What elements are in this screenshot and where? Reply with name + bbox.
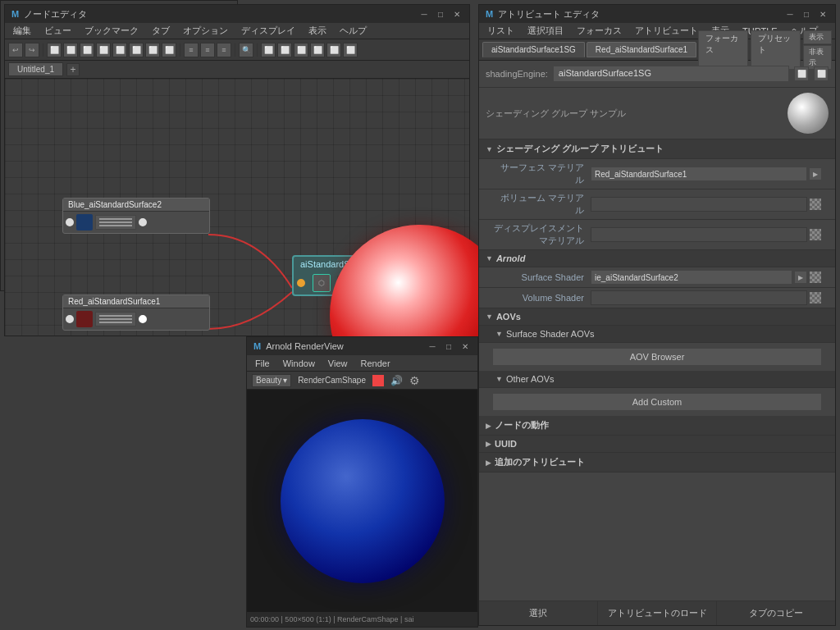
node-tab-add[interactable]: + [66, 63, 80, 76]
btn-load-attr[interactable]: アトリビュートのロード [598, 601, 717, 625]
render-menu-render[interactable]: Render [356, 355, 395, 371]
attr-icon-surface-shader[interactable]: ▶ [794, 271, 807, 284]
attr-tab-sg[interactable]: aiStandardSurface1SG [482, 42, 585, 57]
tool-btn-2[interactable]: ↪ [25, 43, 39, 57]
attr-value-volume-shader[interactable] [591, 290, 807, 305]
attr-icon-volume-shader[interactable] [809, 291, 822, 304]
node-editor-maximize[interactable]: □ [435, 8, 446, 20]
menu-tab[interactable]: タブ [147, 23, 175, 39]
tool-sep-2 [180, 43, 180, 57]
attr-menu-attr[interactable]: アトリビュート [630, 23, 703, 39]
side-btn-show[interactable]: 表示 [803, 30, 832, 44]
attr-editor-close[interactable]: ✕ [817, 8, 829, 20]
node-sg-port-orange[interactable] [297, 279, 305, 287]
tool-btn-20[interactable]: ⬜ [343, 43, 358, 57]
tool-sep-4 [257, 43, 258, 57]
shading-engine-icon-2[interactable]: ⬜ [814, 66, 829, 81]
tool-btn-16[interactable]: ⬜ [277, 43, 292, 57]
menu-options[interactable]: オプション [178, 23, 233, 39]
add-custom-btn[interactable]: Add Custom [492, 393, 822, 411]
tool-btn-1[interactable]: ↩ [8, 43, 23, 57]
menu-view[interactable]: ビュー [39, 23, 76, 39]
section-other-aovs[interactable]: ▼ Other AOVs [479, 371, 835, 388]
node-tab-untitled[interactable]: Untitled_1 [8, 62, 63, 76]
tool-btn-10[interactable]: ⬜ [162, 43, 176, 57]
section-aovs[interactable]: ▼ AOVs [479, 308, 835, 326]
tool-btn-4[interactable]: ⬜ [63, 43, 78, 57]
attr-value-surface-shader[interactable]: ie_aiStandardSurface2 [591, 270, 792, 285]
tool-btn-14[interactable]: 🔍 [239, 43, 253, 57]
section-surface-aovs[interactable]: ▼ Surface Shader AOVs [479, 326, 835, 343]
attr-editor-minimize[interactable]: ─ [784, 8, 796, 20]
attr-tab-red[interactable]: Red_aiStandardSurface1 [587, 42, 696, 57]
section-add-attr-arrow: ▶ [486, 459, 491, 467]
render-view-close[interactable]: ✕ [459, 340, 471, 352]
tool-btn-18[interactable]: ⬜ [310, 43, 325, 57]
btn-copy-tab[interactable]: タブのコピー [717, 601, 835, 625]
tool-btn-12[interactable]: ≡ [200, 43, 215, 57]
shading-engine-field[interactable]: aiStandardSurface1SG [553, 66, 789, 82]
btn-select[interactable]: 選択 [479, 601, 598, 625]
tool-btn-3[interactable]: ⬜ [47, 43, 62, 57]
render-menu-view[interactable]: View [323, 355, 353, 371]
node-red-swatch [76, 311, 93, 327]
attr-icon-volume[interactable] [809, 198, 822, 211]
camera-label: RenderCamShape [298, 376, 366, 385]
attr-value-displacement[interactable] [591, 227, 807, 242]
attr-bottom-bar: 選択 アトリビュートのロード タブのコピー [479, 600, 835, 625]
section-add-attr-title: 追加のアトリビュート [495, 456, 585, 468]
attr-value-volume[interactable] [591, 197, 807, 212]
render-settings-btn[interactable]: ⚙ [409, 374, 420, 387]
node-sg-icon: ⬡ [313, 274, 331, 292]
render-menu-file[interactable]: File [250, 355, 275, 371]
shading-engine-icon-1[interactable]: ⬜ [794, 66, 809, 81]
render-menu-window[interactable]: Window [278, 355, 320, 371]
attr-icon-surface-shader-2[interactable] [809, 271, 822, 284]
node-blue[interactable]: Blue_aiStandardSurface2 [62, 198, 210, 234]
attr-value-surface[interactable]: Red_aiStandardSurface1 [591, 167, 807, 181]
tool-btn-9[interactable]: ⬜ [145, 43, 160, 57]
section-node-motion[interactable]: ▶ ノードの動作 [479, 416, 835, 436]
render-view-maximize[interactable]: □ [443, 340, 454, 352]
beauty-dropdown[interactable]: Beauty ▾ [252, 374, 291, 387]
beauty-label: Beauty [256, 376, 281, 385]
attr-menu-focus[interactable]: フォーカス [572, 23, 627, 39]
section-arnold[interactable]: ▼ Arnold [479, 250, 835, 267]
tool-btn-13[interactable]: ≡ [217, 43, 231, 57]
attr-icon-surface[interactable]: ▶ [809, 167, 822, 180]
menu-display[interactable]: ディスプレイ [236, 23, 300, 39]
tool-btn-17[interactable]: ⬜ [294, 43, 308, 57]
node-red-output-white[interactable] [139, 315, 147, 323]
attr-icon-displacement[interactable] [809, 228, 822, 241]
node-editor-close[interactable]: ✕ [451, 8, 463, 20]
render-view-logo: M [253, 341, 261, 351]
attr-editor-maximize[interactable]: □ [801, 8, 812, 20]
section-add-attr[interactable]: ▶ 追加のアトリビュート [479, 453, 835, 472]
node-red-input[interactable] [66, 315, 74, 323]
node-blue-input[interactable] [66, 218, 74, 226]
menu-help[interactable]: ヘルプ [335, 23, 372, 39]
tool-btn-19[interactable]: ⬜ [326, 43, 341, 57]
section-aovs-title: AOVs [496, 312, 521, 322]
tool-btn-15[interactable]: ⬜ [261, 43, 276, 57]
menu-show[interactable]: 表示 [304, 23, 331, 39]
render-stop-btn[interactable] [372, 375, 384, 386]
tool-btn-5[interactable]: ⬜ [80, 43, 94, 57]
tool-btn-7[interactable]: ⬜ [112, 43, 127, 57]
aov-browser-btn[interactable]: AOV Browser [492, 348, 822, 366]
attr-menu-list[interactable]: リスト [482, 23, 519, 39]
tool-btn-8[interactable]: ⬜ [129, 43, 144, 57]
shading-engine-row: shadingEngine: aiStandardSurface1SG ⬜ ⬜ [479, 61, 835, 88]
menu-bookmark[interactable]: ブックマーク [80, 23, 144, 39]
section-node-motion-arrow: ▶ [486, 422, 491, 430]
section-shading-group[interactable]: ▼ シェーディング グループ アトリビュート [479, 139, 835, 159]
tool-btn-11[interactable]: ≡ [184, 43, 199, 57]
render-view-minimize[interactable]: ─ [427, 340, 438, 352]
node-editor-minimize[interactable]: ─ [418, 8, 430, 20]
tool-btn-6[interactable]: ⬜ [96, 43, 111, 57]
menu-edit[interactable]: 編集 [8, 23, 36, 39]
node-red[interactable]: Red_aiStandardSurface1 [62, 294, 210, 331]
section-uuid[interactable]: ▶ UUID [479, 436, 835, 453]
node-blue-output[interactable] [139, 218, 147, 226]
attr-menu-select[interactable]: 選択項目 [523, 23, 568, 39]
